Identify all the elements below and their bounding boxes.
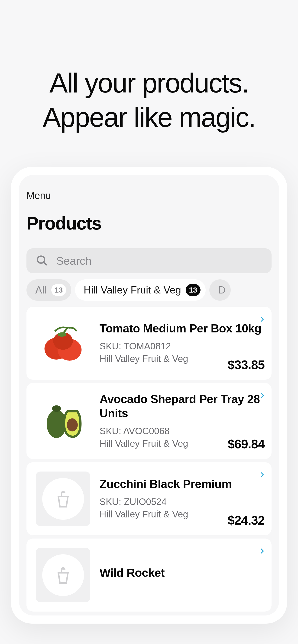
cup-icon [54,566,73,585]
product-name: Tomato Medium Per Box 10kg [100,322,265,336]
filter-chip-all[interactable]: All 13 [27,279,71,301]
search-input[interactable] [56,254,262,267]
product-card[interactable]: Tomato Medium Per Box 10kg SKU: TOMA0812… [27,307,271,380]
product-card[interactable]: Avocado Shepard Per Tray 28 Units SKU: A… [27,383,271,459]
menu-link[interactable]: Menu [27,190,271,201]
filter-chip-count: 13 [51,284,66,296]
tomato-image-icon [36,316,90,370]
headline-line-1: All your products. [0,66,298,100]
filter-chip-label: Hill Valley Fruit & Veg [84,284,181,296]
chevron-right-icon [259,391,265,400]
placeholder-circle [42,478,84,520]
marketing-headline: All your products. Appear like magic. [0,66,298,134]
svg-point-5 [58,332,66,337]
product-price: $69.84 [228,437,264,451]
product-card[interactable]: Wild Rocket [27,538,271,612]
filter-chip-label: All [35,284,47,296]
page-title: Products [27,213,271,234]
product-name: Avocado Shepard Per Tray 28 Units [100,392,265,420]
phone-frame: Menu Products All 13 Hill Valley Fruit &… [11,167,287,624]
product-thumbnail [36,392,90,447]
product-list: Tomato Medium Per Box 10kg SKU: TOMA0812… [27,307,271,612]
cup-icon [54,490,73,508]
filter-chip-partial[interactable]: D [209,279,231,301]
product-name: Zucchini Black Premium [100,477,265,491]
filter-chip-count: 13 [186,284,200,296]
app-screen: Menu Products All 13 Hill Valley Fruit &… [19,175,279,616]
filter-chip-hill-valley[interactable]: Hill Valley Fruit & Veg 13 [75,279,206,301]
chevron-right-icon [259,314,265,324]
filter-chip-label: D [218,284,226,296]
search-icon [36,254,48,267]
product-price: $33.85 [228,358,264,372]
product-body: Wild Rocket [100,548,265,602]
chevron-right-icon [259,546,265,556]
svg-point-8 [67,418,78,432]
headline-line-2: Appear like magic. [0,100,298,135]
product-sku: SKU: TOMA0812 [100,340,265,352]
product-name: Wild Rocket [100,566,265,580]
svg-point-7 [52,405,61,412]
product-thumbnail [36,472,90,526]
chevron-right-icon [259,470,265,480]
svg-line-1 [44,262,47,265]
product-thumbnail [36,316,90,370]
product-thumbnail [36,548,90,602]
avocado-image-icon [36,392,90,447]
product-sku: SKU: ZUIO0524 [100,496,265,508]
product-price: $24.32 [228,513,264,528]
product-card[interactable]: Zucchini Black Premium SKU: ZUIO0524 Hil… [27,462,271,535]
product-sku: SKU: AVOC0068 [100,425,265,437]
placeholder-circle [42,554,84,596]
search-bar[interactable] [27,248,271,273]
filter-chips: All 13 Hill Valley Fruit & Veg 13 D [27,279,271,301]
